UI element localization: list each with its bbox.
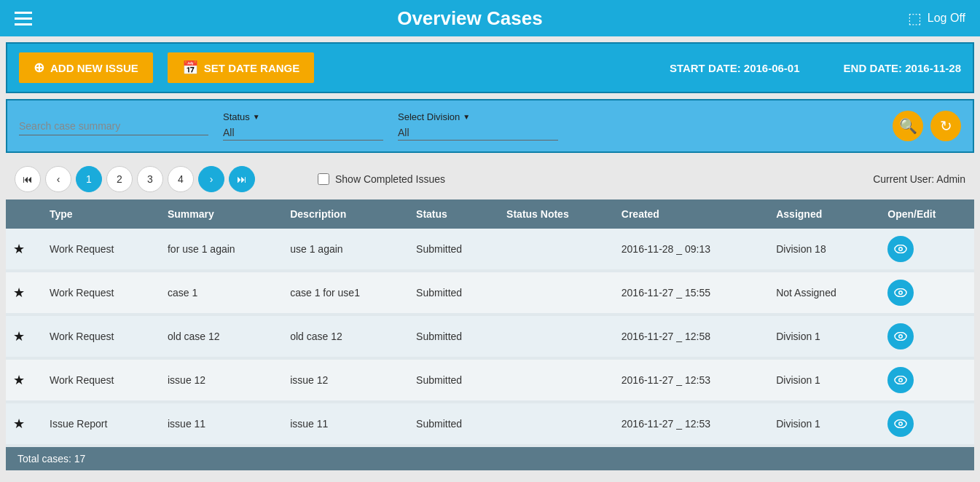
hamburger-menu[interactable] (15, 12, 32, 25)
page-2-button[interactable]: 2 (106, 166, 133, 192)
star-cell: ★ (6, 229, 42, 271)
star-cell: ★ (6, 315, 42, 358)
open-edit-button[interactable] (887, 323, 914, 349)
status-cell: Submitted (409, 315, 499, 358)
end-date: END DATE: 2016-11-28 (844, 62, 961, 74)
col-header-status-notes: Status Notes (499, 199, 614, 229)
page-3-button[interactable]: 3 (137, 166, 163, 192)
created-cell: 2016-11-27 _ 12:58 (614, 315, 769, 358)
type-cell: Work Request (42, 229, 160, 271)
status-cell: Submitted (409, 229, 499, 271)
eye-icon (894, 332, 907, 341)
date-info: START DATE: 2016-06-01 END DATE: 2016-11… (670, 62, 961, 74)
star-cell: ★ (6, 271, 42, 315)
refresh-icon: ↻ (940, 117, 952, 135)
table-row: ★ Work Request old case 12 old case 12 S… (6, 315, 974, 358)
col-header-assigned: Assigned (769, 199, 880, 229)
set-date-range-button[interactable]: 📅 SET DATE RANGE (168, 52, 314, 83)
calendar-icon: 📅 (182, 60, 198, 76)
division-filter-group: Select Division ▼ All (398, 111, 558, 141)
status-cell: Submitted (409, 271, 499, 315)
page-last-button[interactable]: ⏭ (229, 166, 255, 192)
type-cell: Work Request (42, 315, 160, 358)
cases-table-container: Type Summary Description Status Status N… (6, 199, 974, 470)
show-completed-checkbox[interactable] (318, 173, 329, 185)
svg-point-2 (900, 248, 902, 250)
status-notes-cell (499, 271, 614, 315)
summary-cell: case 1 (160, 271, 283, 315)
set-date-range-label: SET DATE RANGE (204, 62, 299, 74)
created-cell: 2016-11-27 _ 12:53 (614, 402, 769, 446)
open-edit-button[interactable] (887, 411, 914, 437)
summary-cell: issue 11 (160, 402, 283, 446)
eye-icon (894, 419, 907, 428)
page-4-button[interactable]: 4 (168, 166, 194, 192)
col-header-open-edit: Open/Edit (880, 199, 974, 229)
star-icon[interactable]: ★ (13, 242, 25, 256)
status-notes-cell (499, 315, 614, 358)
division-select[interactable]: All (398, 125, 558, 141)
status-notes-cell (499, 402, 614, 446)
col-header-description: Description (283, 199, 409, 229)
status-cell: Submitted (409, 358, 499, 402)
start-date: START DATE: 2016-06-01 (670, 62, 800, 74)
show-completed-area: Show Completed Issues (318, 173, 445, 185)
logout-button[interactable]: ⬚ Log Off (908, 9, 965, 27)
status-filter-group: Status ▼ All (223, 111, 383, 141)
show-completed-label: Show Completed Issues (335, 173, 445, 185)
col-header-summary: Summary (160, 199, 283, 229)
type-cell: Issue Report (42, 402, 160, 446)
refresh-button[interactable]: ↻ (930, 111, 961, 141)
plus-icon: ⊕ (34, 60, 44, 76)
status-cell: Submitted (409, 402, 499, 446)
page-1-button[interactable]: 1 (76, 166, 102, 192)
description-cell: issue 11 (283, 402, 409, 446)
open-edit-button[interactable] (887, 367, 914, 393)
open-edit-cell (880, 402, 974, 446)
summary-cell: issue 12 (160, 358, 283, 402)
table-row: ★ Work Request issue 12 issue 12 Submitt… (6, 358, 974, 402)
description-cell: old case 12 (283, 315, 409, 358)
pagination-row: ⏮ ‹ 1 2 3 4 › ⏭ Show Completed Issues Cu… (0, 159, 980, 199)
status-select[interactable]: All (223, 125, 383, 141)
assigned-cell: Division 1 (769, 315, 880, 358)
status-label: Status ▼ (223, 111, 383, 122)
summary-cell: old case 12 (160, 315, 283, 358)
table-row: ★ Work Request case 1 case 1 for use1 Su… (6, 271, 974, 315)
add-new-issue-button[interactable]: ⊕ ADD NEW ISSUE (19, 52, 153, 83)
eye-icon (894, 245, 907, 253)
svg-point-8 (900, 336, 902, 338)
status-dropdown-icon: ▼ (253, 113, 260, 121)
search-icon: 🔍 (899, 117, 917, 135)
star-icon[interactable]: ★ (13, 373, 25, 387)
star-icon[interactable]: ★ (13, 329, 25, 344)
assigned-cell: Division 18 (769, 229, 880, 271)
open-edit-button[interactable] (887, 236, 914, 262)
description-cell: case 1 for use1 (283, 271, 409, 315)
description-cell: issue 12 (283, 358, 409, 402)
page-prev-button[interactable]: ‹ (45, 166, 71, 192)
add-new-issue-label: ADD NEW ISSUE (50, 62, 138, 74)
action-bar: ⊕ ADD NEW ISSUE 📅 SET DATE RANGE START D… (6, 42, 974, 93)
cases-table: Type Summary Description Status Status N… (6, 199, 974, 447)
search-button[interactable]: 🔍 (893, 111, 923, 141)
page-first-button[interactable]: ⏮ (15, 166, 41, 192)
type-cell: Work Request (42, 271, 160, 315)
page-next-button[interactable]: › (198, 166, 224, 192)
open-edit-button[interactable] (887, 280, 914, 306)
type-cell: Work Request (42, 358, 160, 402)
col-header-type: Type (42, 199, 160, 229)
summary-cell: for use 1 again (160, 229, 283, 271)
created-cell: 2016-11-27 _ 12:53 (614, 358, 769, 402)
division-label: Select Division ▼ (398, 111, 558, 122)
assigned-cell: Not Assigned (769, 271, 880, 315)
svg-point-5 (900, 292, 902, 294)
star-icon[interactable]: ★ (13, 285, 25, 300)
created-cell: 2016-11-27 _ 15:55 (614, 271, 769, 315)
star-icon[interactable]: ★ (13, 416, 25, 431)
star-cell: ★ (6, 358, 42, 402)
eye-icon (894, 288, 907, 297)
open-edit-cell (880, 315, 974, 358)
search-input[interactable] (19, 117, 208, 135)
top-header: Overview Cases ⬚ Log Off (0, 0, 980, 36)
